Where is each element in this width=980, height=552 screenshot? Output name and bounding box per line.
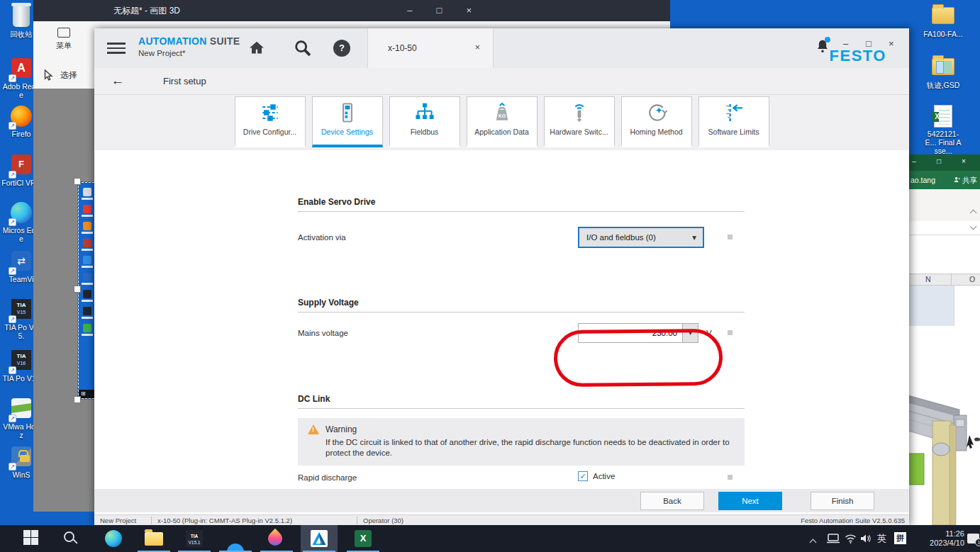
cursor-icon <box>43 69 54 81</box>
status-project: New Project <box>100 517 136 524</box>
festo-automation-suite-window: AUTOMATION SUITE New Project* ? x-10-50 … <box>94 28 909 525</box>
excel-formula-bar[interactable] <box>908 221 980 235</box>
taskbar-explorer-icon[interactable] <box>145 532 163 546</box>
search-icon[interactable] <box>293 38 313 58</box>
mini-icon <box>83 256 91 264</box>
excel-file-icon <box>934 105 952 128</box>
homing-arrow-icon <box>645 101 668 125</box>
status-operator: Operator (30) <box>357 517 403 524</box>
step-hardware-switches[interactable]: Hardware Switc... <box>544 96 615 147</box>
status-version: Festo Automation Suite V2.5.0.635 <box>801 517 905 524</box>
section-divider <box>298 312 745 312</box>
help-icon[interactable]: ? <box>333 40 350 57</box>
festo-as-icon <box>311 530 328 547</box>
taskbar-search-icon[interactable] <box>64 531 74 542</box>
cad-model-view <box>908 380 980 525</box>
column-header-n[interactable]: N <box>925 275 931 283</box>
excel-cells[interactable] <box>908 286 980 326</box>
tray-wifi-icon[interactable] <box>845 534 857 552</box>
desktop-icon-fa100-folder[interactable]: FA100-FA... <box>923 4 963 38</box>
app-close-button[interactable]: × <box>889 38 894 49</box>
taskbar-festo-icon-active[interactable] <box>301 525 338 552</box>
taskbar-tia-icon[interactable]: TIAV15.1 <box>186 530 203 547</box>
active-label: Active <box>593 472 615 480</box>
action-center-icon[interactable]: 1 <box>967 525 979 552</box>
document-tab[interactable]: x-10-50 × <box>367 28 494 68</box>
settings-panel: Enable Servo Drive Activation via I/O an… <box>94 150 909 489</box>
tray-display-icon[interactable] <box>827 534 840 552</box>
step-drive-configuration[interactable]: Drive Configur... <box>235 96 306 147</box>
ruler-limit-icon <box>723 101 745 125</box>
warning-box: Warning If the DC circuit is linked to t… <box>298 418 745 466</box>
shortcut-arrow-icon: ↗ <box>9 171 16 179</box>
network-tree-icon <box>413 101 436 125</box>
paint3d-close-button[interactable]: × <box>466 0 472 21</box>
taskbar-paint3d-icon[interactable] <box>265 529 285 548</box>
selection-handle[interactable] <box>74 396 81 403</box>
section-title-enable-servo-drive: Enable Servo Drive <box>298 197 375 207</box>
excel-close-button[interactable]: × <box>962 157 966 165</box>
paint3d-minimize-button[interactable]: – <box>407 0 412 21</box>
shortcut-arrow-icon: ↗ <box>9 315 16 323</box>
tray-clock[interactable]: 11:26 2023/4/10 <box>915 525 964 552</box>
ribbon-collapse-icon[interactable] <box>970 210 977 217</box>
tab-close-icon[interactable]: × <box>474 42 480 52</box>
tray-speaker-icon[interactable] <box>860 534 872 552</box>
finish-button[interactable]: Finish <box>811 492 874 510</box>
tray-chevron-icon[interactable] <box>811 525 815 552</box>
excel-ribbon-tabs: ao.tang 共享 <box>908 171 980 189</box>
selected-cells-block[interactable] <box>908 286 954 326</box>
mini-label <box>82 249 93 251</box>
formula-expand-icon[interactable] <box>970 223 977 230</box>
start-button[interactable] <box>23 530 40 547</box>
step-homing-method[interactable]: Homing Method <box>621 96 692 147</box>
section-title-dc-link: DC Link <box>298 394 330 404</box>
selection-handle[interactable] <box>74 286 81 293</box>
back-arrow-button[interactable]: ← <box>94 68 141 95</box>
column-header-o[interactable]: O <box>969 275 975 283</box>
mini-label <box>82 283 93 285</box>
activation-via-dropdown[interactable]: I/O and fieldbus (0) ▾ <box>578 227 704 248</box>
shortcut-arrow-icon: ↗ <box>9 218 16 226</box>
sensor-wifi-icon <box>568 101 591 125</box>
tray-language-indicator[interactable]: 英 <box>877 525 886 552</box>
paint3d-menu-button[interactable]: 菜单 <box>39 25 89 51</box>
app-header: AUTOMATION SUITE New Project* ? x-10-50 … <box>94 28 909 68</box>
excel-column-headers[interactable]: N O <box>908 274 980 286</box>
section-divider <box>298 211 745 212</box>
brand-secondary: SUITE <box>207 35 240 47</box>
desktop-icon-excel-file[interactable]: 5422121-E... Final Asse... <box>923 105 963 155</box>
rapid-discharge-checkbox[interactable]: ✓ Active <box>578 471 615 481</box>
next-button[interactable]: Next <box>718 492 782 510</box>
taskbar-excel-icon[interactable]: X <box>355 530 372 547</box>
home-icon[interactable] <box>247 38 267 58</box>
mini-icon <box>83 273 91 281</box>
excel-share-button[interactable]: 共享 <box>954 171 977 189</box>
notification-badge: 1 <box>975 539 980 546</box>
hamburger-menu-button[interactable] <box>107 43 126 54</box>
step-device-settings[interactable]: Device Settings <box>312 96 383 147</box>
selection-handle[interactable] <box>74 178 81 185</box>
tray-ime-icon[interactable]: 拼 <box>894 525 906 552</box>
status-bar: New Project x-10-50 (Plug-in: CMMT-AS Pl… <box>94 514 909 525</box>
shortcut-arrow-icon: ↗ <box>9 463 16 471</box>
mains-voltage-input[interactable] <box>578 323 683 343</box>
folder-icon <box>932 7 954 24</box>
step-fieldbus[interactable]: Fieldbus <box>389 96 460 147</box>
excel-maximize-button[interactable]: □ <box>937 157 941 165</box>
mains-voltage-dropdown-button[interactable]: ▾ <box>683 323 698 343</box>
mini-icon <box>83 188 91 196</box>
back-button[interactable]: Back <box>640 492 704 510</box>
step-application-data[interactable]: KG Application Data <box>467 96 538 147</box>
step-software-limits[interactable]: Software Limits <box>698 96 769 147</box>
row-flag-square <box>728 475 733 480</box>
paint3d-maximize-button[interactable]: □ <box>437 0 442 21</box>
excel-minimize-button[interactable]: – <box>912 157 916 165</box>
menu-icon <box>57 28 70 38</box>
paint3d-titlebar[interactable]: 无标题* - 画图 3D – □ × <box>33 0 670 21</box>
checkbox-checked-icon[interactable]: ✓ <box>578 471 588 481</box>
taskbar-edge-icon[interactable] <box>105 530 122 547</box>
notification-bell-icon[interactable] <box>815 38 830 55</box>
desktop-icon-gsd-folder[interactable]: 轨迹,GSD <box>923 55 963 89</box>
chevron-down-icon: ▾ <box>692 228 696 247</box>
